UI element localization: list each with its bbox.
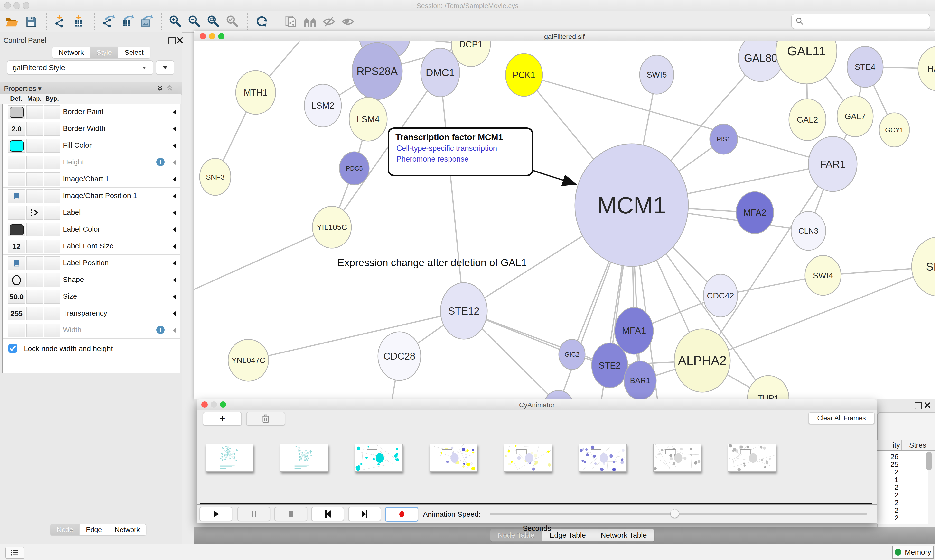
play-button[interactable] — [199, 507, 232, 521]
default-value-cell[interactable] — [8, 189, 25, 203]
network-node-mfa2[interactable]: MFA2 — [736, 192, 774, 234]
bypass-cell[interactable] — [44, 172, 60, 186]
float-panel-icon[interactable] — [915, 402, 922, 409]
timeline-frame-8[interactable] — [728, 444, 776, 472]
timeline-frame-7[interactable] — [653, 444, 701, 472]
network-node-mcm1[interactable]: MCM1 — [575, 144, 688, 266]
property-row-label-position[interactable]: Label Position — [3, 255, 180, 271]
network-node-tup1[interactable]: TUP1 — [748, 375, 789, 399]
export-image-button[interactable] — [139, 14, 154, 29]
first-neighbors-button[interactable] — [302, 14, 318, 29]
tab-network[interactable]: Network — [52, 47, 90, 58]
mapping-cell[interactable] — [26, 223, 43, 237]
property-row-image-chart-position-1[interactable]: Image/Chart Position 1 — [3, 188, 180, 205]
bypass-cell[interactable] — [44, 307, 60, 320]
timeline-frame-1[interactable] — [205, 444, 253, 472]
zoom-selected-button[interactable] — [225, 14, 240, 29]
property-row-image-chart-1[interactable]: Image/Chart 1 — [3, 171, 180, 188]
network-node-gal7[interactable]: GAL7 — [837, 96, 873, 137]
annotation-link[interactable]: Cell-type-specific transcription — [397, 144, 497, 153]
network-node-cdc42[interactable]: CDC42 — [704, 274, 738, 317]
bypass-cell[interactable] — [44, 105, 60, 119]
search-field[interactable] — [792, 14, 930, 29]
clear-all-frames-button[interactable]: Clear All Frames — [808, 412, 875, 424]
bypass-cell[interactable] — [44, 139, 60, 152]
network-node-ste12[interactable]: STE12 — [440, 283, 487, 339]
bypass-cell[interactable] — [44, 323, 60, 337]
expand-arrow-icon[interactable] — [173, 194, 176, 199]
close-panel-icon[interactable] — [177, 37, 183, 43]
annotation-box[interactable]: Transcription factor MCM1 Cell-type-spec… — [388, 128, 533, 176]
record-button[interactable] — [385, 507, 418, 522]
expand-arrow-icon[interactable] — [173, 294, 176, 300]
close-panel-icon[interactable] — [924, 402, 930, 408]
zoom-out-button[interactable] — [187, 14, 202, 29]
timeline-frame-6[interactable] — [579, 444, 627, 472]
mapping-cell[interactable] — [26, 256, 43, 270]
property-row-border-width[interactable]: 2.0Border Width — [3, 120, 180, 137]
search-input[interactable] — [807, 17, 930, 26]
default-value-cell[interactable]: 255 — [8, 307, 25, 320]
network-node-slt2[interactable]: SLT2 — [912, 237, 935, 296]
mapping-cell[interactable] — [26, 290, 43, 304]
hide-selected-button[interactable] — [321, 14, 336, 29]
mapping-cell[interactable] — [26, 206, 43, 220]
timeline-frame-5[interactable] — [504, 444, 552, 472]
zoom-in-button[interactable] — [168, 14, 183, 29]
network-node-unlabeled[interactable] — [545, 391, 573, 399]
stop-button[interactable] — [275, 507, 307, 521]
go-to-start-button[interactable] — [311, 507, 344, 521]
mapping-cell[interactable] — [26, 323, 43, 337]
cyanimator-titlebar[interactable]: CyAnimator — [197, 400, 877, 410]
go-to-end-button[interactable] — [348, 507, 381, 521]
speed-slider-handle[interactable] — [670, 509, 679, 518]
node-table-header[interactable]: ity Stres — [877, 440, 935, 451]
default-value-cell[interactable]: 50.0 — [8, 290, 25, 304]
tab-edge[interactable]: Edge — [80, 524, 108, 535]
mapping-cell[interactable] — [26, 240, 43, 253]
network-node-swi4[interactable]: SWI4 — [805, 255, 841, 295]
default-value-cell[interactable]: 2.0 — [8, 122, 25, 136]
bypass-cell[interactable] — [44, 189, 60, 203]
table-cell[interactable]: 26 — [890, 452, 898, 461]
network-edge[interactable] — [524, 75, 833, 164]
default-value-cell[interactable] — [8, 156, 25, 169]
color-swatch[interactable] — [10, 140, 24, 152]
network-node-swi5[interactable]: SWI5 — [640, 55, 674, 94]
network-node-ste4[interactable]: STE4 — [847, 46, 883, 87]
network-edge[interactable] — [248, 311, 464, 360]
node-table-body[interactable]: 26252122222 — [877, 451, 928, 523]
expand-arrow-icon[interactable] — [173, 244, 176, 249]
network-node-gal2[interactable]: GAL2 — [789, 99, 826, 141]
table-cell[interactable]: 2 — [894, 498, 898, 507]
show-all-button[interactable] — [340, 14, 355, 29]
network-node-rps28a[interactable]: RPS28A — [352, 43, 402, 100]
network-node-snf3[interactable]: SNF3 — [200, 158, 231, 195]
property-row-height[interactable]: Heighti — [3, 154, 180, 171]
tab-style[interactable]: Style — [90, 47, 118, 58]
table-column-ity[interactable]: ity — [893, 441, 900, 449]
export-table-button[interactable] — [120, 14, 135, 29]
expand-arrow-icon[interactable] — [173, 260, 176, 266]
network-node-mth1[interactable]: MTH1 — [236, 71, 276, 114]
network-node-cln3[interactable]: CLN3 — [791, 211, 825, 250]
property-row-transparency[interactable]: 255Transparency — [3, 305, 180, 322]
annotation-link[interactable]: Pheromone response — [397, 155, 469, 163]
network-node-gal11[interactable]: GAL11 — [776, 42, 837, 84]
bypass-cell[interactable] — [44, 256, 60, 270]
network-node-gic2[interactable]: GIC2 — [559, 339, 585, 369]
network-node-far1[interactable]: FAR1 — [808, 137, 857, 191]
timeline-frame-2[interactable] — [280, 444, 328, 472]
default-value-cell[interactable] — [8, 223, 25, 237]
table-cell[interactable]: 1 — [894, 475, 898, 484]
expand-arrow-icon[interactable] — [173, 177, 176, 182]
import-table-button[interactable] — [72, 14, 87, 29]
default-value-cell[interactable] — [8, 105, 25, 119]
expand-arrow-icon[interactable] — [173, 328, 176, 333]
property-row-size[interactable]: 50.0Size — [3, 288, 180, 305]
default-value-cell[interactable] — [8, 139, 25, 152]
network-node-lsm2[interactable]: LSM2 — [304, 84, 341, 127]
import-network-button[interactable] — [52, 14, 68, 29]
add-frame-button[interactable]: + — [203, 412, 242, 426]
timeline-frame-4[interactable] — [429, 444, 477, 472]
